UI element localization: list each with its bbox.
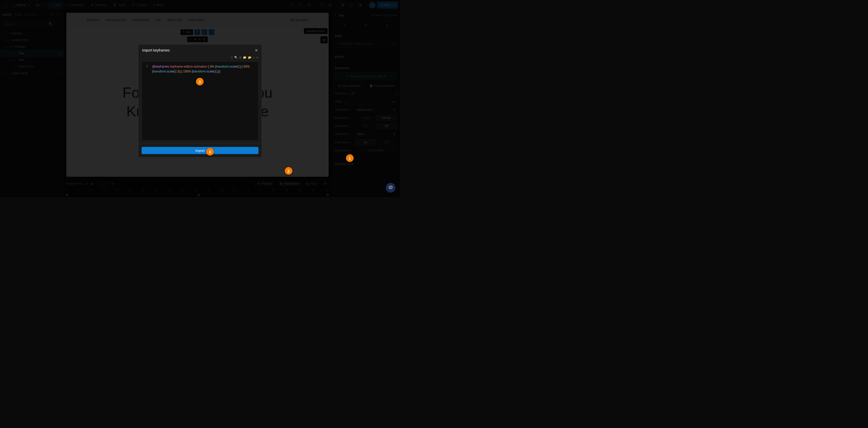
close-icon[interactable]: ✕ bbox=[255, 48, 258, 53]
annotation-1: 1 bbox=[346, 154, 353, 162]
folder-open-icon[interactable]: 📂 bbox=[248, 56, 252, 62]
folder-icon[interactable]: 📁 bbox=[243, 56, 246, 62]
annotation-3: 3 bbox=[196, 78, 204, 86]
annotation-2: 2 bbox=[285, 167, 292, 175]
comment-icon[interactable]: // bbox=[231, 56, 232, 62]
import-button[interactable]: Import bbox=[142, 147, 258, 154]
line-gutter: 1 bbox=[142, 62, 152, 140]
copy-icon[interactable]: ⧉ bbox=[239, 56, 241, 62]
import-keyframes-modal: Import keyframes ✕ // 🔍 ⧉ 📁 📂 ≡ ⊙ 1 @key… bbox=[138, 44, 262, 157]
wrap-icon[interactable]: ⊙ bbox=[256, 56, 258, 62]
code-content[interactable]: @keyframes keyframe-edition-animation { … bbox=[152, 62, 258, 140]
modal-title: Import keyframes bbox=[142, 48, 170, 52]
annotation-4: 4 bbox=[206, 148, 214, 156]
list-icon[interactable]: ≡ bbox=[253, 56, 255, 62]
code-editor[interactable]: 1 @keyframes keyframe-edition-animation … bbox=[142, 62, 258, 140]
code-toolbar: // 🔍 ⧉ 📁 📂 ≡ ⊙ bbox=[138, 56, 261, 62]
search-icon[interactable]: 🔍 bbox=[234, 56, 238, 62]
